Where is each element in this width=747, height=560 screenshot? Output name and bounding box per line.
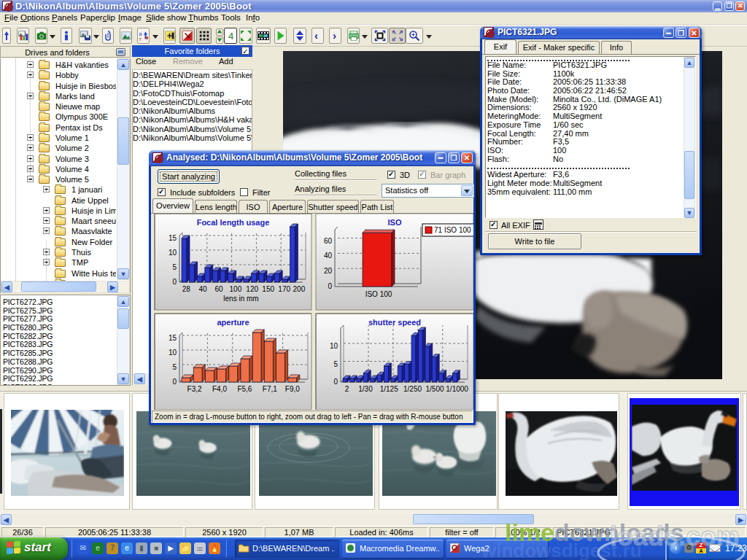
svg-text:200: 200	[293, 285, 306, 293]
svg-text:ISO: ISO	[388, 218, 402, 227]
svg-text:10: 10	[169, 349, 177, 357]
svg-text:120: 120	[246, 285, 258, 293]
svg-text:40: 40	[324, 252, 333, 260]
svg-text:10: 10	[169, 249, 177, 257]
svg-text:ISO 100: ISO 100	[365, 290, 392, 298]
svg-text:F3,2: F3,2	[187, 385, 202, 393]
svg-text:71 ISO 100: 71 ISO 100	[434, 226, 471, 234]
svg-text:60: 60	[324, 237, 333, 245]
svg-text:0: 0	[172, 278, 177, 286]
svg-text:F4,0: F4,0	[212, 385, 227, 393]
svg-text:20: 20	[324, 267, 333, 275]
svg-text:15: 15	[169, 234, 177, 242]
svg-text:lens in mm: lens in mm	[223, 295, 258, 303]
svg-text:28: 28	[182, 285, 191, 293]
svg-text:0: 0	[328, 282, 332, 290]
svg-text:shutter speed: shutter speed	[368, 318, 421, 327]
svg-text:5: 5	[333, 360, 338, 368]
svg-text:150: 150	[262, 285, 274, 293]
svg-text:F5,6: F5,6	[237, 385, 252, 393]
svg-text:10: 10	[330, 342, 338, 350]
svg-text:0: 0	[172, 378, 177, 386]
svg-text:F7,1: F7,1	[263, 385, 277, 393]
svg-text:Focal length usage: Focal length usage	[197, 218, 270, 227]
svg-text:1/250: 1/250	[403, 385, 422, 393]
svg-text:5: 5	[172, 363, 177, 371]
svg-text:1/30: 1/30	[358, 385, 373, 393]
svg-text:1/125: 1/125	[380, 385, 398, 393]
svg-text:a: a	[139, 31, 142, 36]
svg-text:40: 40	[199, 285, 208, 293]
svg-text:z: z	[139, 36, 142, 41]
svg-text:5: 5	[172, 263, 177, 271]
svg-text:aperture: aperture	[217, 318, 249, 327]
svg-text:15: 15	[169, 334, 177, 342]
svg-text:100: 100	[230, 285, 242, 293]
svg-text:0: 0	[333, 378, 338, 386]
svg-text:2: 2	[345, 385, 349, 393]
svg-text:F9,0: F9,0	[285, 385, 300, 393]
svg-text:1/1000: 1/1000	[446, 385, 468, 393]
svg-text:170: 170	[278, 285, 290, 293]
svg-text:1/500: 1/500	[425, 385, 444, 393]
svg-text:60: 60	[215, 285, 224, 293]
